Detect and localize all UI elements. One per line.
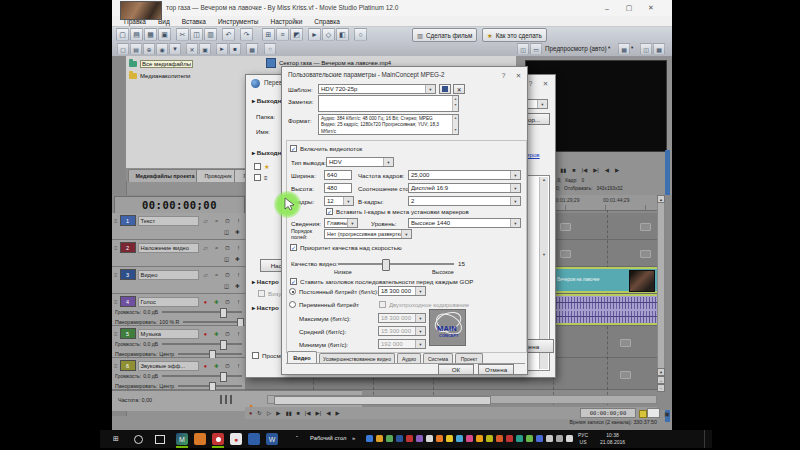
stop-icon[interactable]: ■: [296, 410, 299, 416]
track-fx-icon[interactable]: ✚: [212, 329, 221, 338]
compositing-mode-icon[interactable]: ◫: [222, 227, 231, 236]
tray-icon[interactable]: [436, 435, 443, 442]
tray-icon[interactable]: [426, 435, 433, 442]
bframes-combo[interactable]: 2 ▾: [408, 196, 521, 206]
cut-icon[interactable]: ✂: [176, 28, 189, 41]
media-remove-icon[interactable]: ✕: [186, 43, 198, 55]
quality-slider[interactable]: [338, 263, 454, 265]
zoom-in-track-icon[interactable]: +: [657, 376, 665, 384]
iframes-combo[interactable]: 12 ▾: [324, 196, 354, 206]
notes-textarea[interactable]: ▲▼: [318, 95, 459, 112]
app-titlebar[interactable]: тор газа — Вечером на лавочке - By Miss …: [112, 0, 672, 17]
volume-icon[interactable]: [556, 435, 563, 442]
options-link-fragment[interactable]: иров: [526, 151, 540, 158]
selection-tool-icon[interactable]: ◧: [336, 28, 349, 41]
tray-icon[interactable]: [456, 435, 463, 442]
media-play-icon[interactable]: ►: [216, 43, 228, 55]
arm-record-icon[interactable]: ●: [201, 361, 210, 370]
go-end-icon[interactable]: ▶|: [593, 167, 599, 173]
width-input[interactable]: 640: [324, 170, 352, 180]
search-icon[interactable]: [132, 433, 144, 445]
track-name-field[interactable]: Звуковые эфф...: [138, 361, 199, 371]
track-fx-icon[interactable]: ≈: [212, 243, 221, 252]
stop-icon[interactable]: ■: [572, 167, 575, 173]
track-header-music[interactable]: ≡ 5 Музыка ● ✚ ∅ ! Громкость: 0,0 дБ Пан…: [112, 326, 245, 358]
track-name-field[interactable]: Голос: [138, 297, 199, 307]
group-icon[interactable]: ◩: [290, 28, 303, 41]
preview-monitor-icon[interactable]: ▭: [530, 43, 542, 55]
taskbar-app-movie-studio[interactable]: M: [176, 433, 188, 445]
tray-icon[interactable]: [536, 435, 543, 442]
preview-save-icon[interactable]: ▦: [653, 43, 665, 55]
minimize-button[interactable]: –: [598, 2, 616, 14]
drag-handle-icon[interactable]: ≡: [114, 218, 118, 224]
two-pass-checkbox[interactable]: Двухпроходное кодирование: [379, 301, 469, 308]
cancel-button[interactable]: Отмена: [478, 364, 514, 375]
tray-icon[interactable]: [376, 435, 383, 442]
new-project-icon[interactable]: ▢: [116, 28, 129, 41]
envelope-tool-icon[interactable]: ◇: [322, 28, 335, 41]
mute-icon[interactable]: ∅: [223, 361, 232, 370]
filter-checkbox[interactable]: ≡: [254, 174, 268, 181]
preview-copy-icon[interactable]: ◫: [640, 43, 652, 55]
next-frame-icon[interactable]: ▶: [615, 167, 619, 173]
make-child-icon[interactable]: ✚: [233, 281, 242, 290]
textarea-scrollbar[interactable]: ▲▼: [452, 96, 458, 111]
menu-help[interactable]: Справка: [314, 18, 340, 25]
audio-event-icon[interactable]: [620, 339, 631, 347]
framerate-combo[interactable]: 25,000 ▾: [408, 170, 521, 180]
tab-advanced-video[interactable]: Усовершенствованное видео: [319, 353, 395, 363]
cursor-timecode[interactable]: 00:00:00;00: [580, 408, 636, 418]
drag-handle-icon[interactable]: ≡: [114, 299, 118, 305]
track-fx-icon[interactable]: ✚: [212, 361, 221, 370]
go-end-icon[interactable]: ▶|: [315, 410, 321, 416]
close-button[interactable]: ✕: [512, 70, 525, 81]
drag-handle-icon[interactable]: ≡: [114, 363, 118, 369]
track-motion-icon[interactable]: ▱: [201, 216, 210, 225]
bus-fader[interactable]: [230, 395, 232, 404]
zoom-out-track-icon[interactable]: −: [657, 384, 665, 392]
compositing-mode-icon[interactable]: ◫: [222, 281, 231, 290]
make-child-icon[interactable]: ✚: [233, 254, 242, 263]
track-motion-icon[interactable]: ▱: [201, 243, 210, 252]
include-video-checkbox[interactable]: ✓Включить видеопоток: [290, 145, 362, 152]
track-motion-icon[interactable]: ▱: [201, 270, 210, 279]
save-project-icon[interactable]: ▦: [144, 28, 157, 41]
volume-slider[interactable]: [162, 375, 242, 377]
event-icon[interactable]: [560, 223, 571, 231]
track-header-voice[interactable]: ≡ 4 Голос ● ✚ ∅ ! Громкость: 0,0 дБ Пано…: [112, 294, 245, 326]
scroll-up-icon[interactable]: ▲: [657, 195, 665, 203]
record-icon[interactable]: ●: [249, 410, 252, 416]
video-clip[interactable]: Вечером на лавочке: [553, 267, 657, 293]
solo-icon[interactable]: !: [234, 216, 243, 225]
task-view-icon[interactable]: [154, 433, 166, 445]
mute-icon[interactable]: ∅: [223, 243, 232, 252]
profile-combo[interactable]: Главный ▾: [324, 218, 358, 228]
media-capture-icon[interactable]: ◉: [156, 43, 168, 55]
preview-quality-label[interactable]: Предпросмотр (авто): [545, 45, 607, 52]
tray-icon[interactable]: [466, 435, 473, 442]
open-project-icon[interactable]: ▤: [130, 28, 143, 41]
undo-icon[interactable]: ↶: [222, 28, 235, 41]
solo-icon[interactable]: !: [234, 297, 243, 306]
track-name-field[interactable]: Текст: [138, 216, 199, 226]
media-import-icon[interactable]: ⊕: [143, 43, 155, 55]
taskbar-app-5[interactable]: [248, 433, 260, 445]
expand-icon[interactable]: ▸: [252, 278, 255, 285]
normal-tool-icon[interactable]: ►: [308, 28, 321, 41]
media-search-icon[interactable]: ○: [264, 43, 276, 55]
vertical-scrollbar[interactable]: [657, 195, 665, 391]
taskbar-app-word[interactable]: W: [266, 433, 278, 445]
preview-grid-icon[interactable]: ▦: [618, 43, 630, 55]
media-new-icon[interactable]: ▢: [117, 43, 129, 55]
paste-icon[interactable]: ▥: [204, 28, 217, 41]
network-icon[interactable]: [546, 435, 553, 442]
taskbar-app-4[interactable]: ●: [230, 433, 242, 445]
quality-priority-checkbox[interactable]: ✓Приоритет качества над скоростью: [290, 244, 402, 251]
audio-event-icon[interactable]: [620, 371, 631, 379]
track-fx-icon[interactable]: ≈: [212, 270, 221, 279]
notifications-icon[interactable]: [566, 435, 573, 442]
tray-icon[interactable]: [516, 435, 523, 442]
properties-icon[interactable]: ▣: [158, 28, 171, 41]
tree-item-media-bins[interactable]: Медианакопители: [129, 71, 190, 81]
